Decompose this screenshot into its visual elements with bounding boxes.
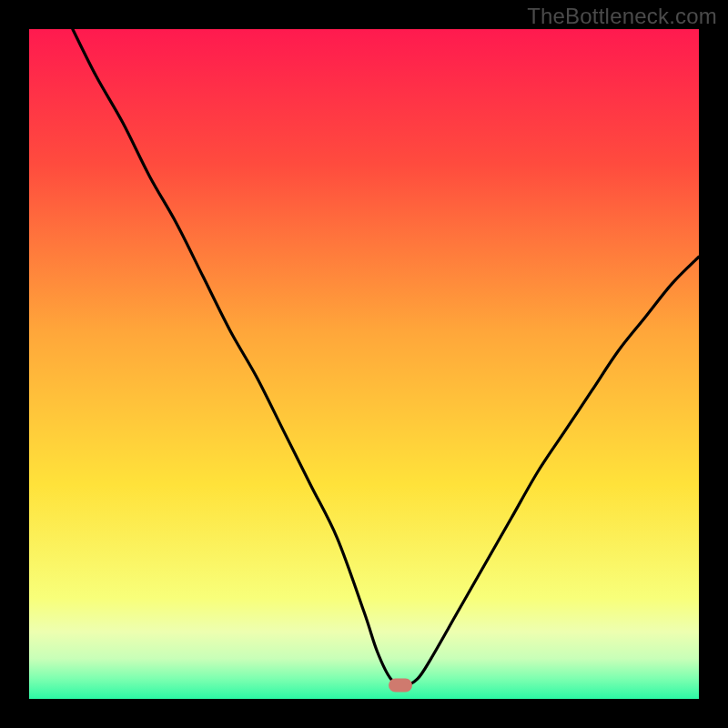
watermark-text: TheBottleneck.com	[527, 4, 717, 29]
optimal-point-marker	[389, 679, 412, 693]
chart-frame: TheBottleneck.com	[0, 0, 728, 728]
plot-area	[29, 29, 699, 699]
bottleneck-curve	[29, 29, 699, 699]
